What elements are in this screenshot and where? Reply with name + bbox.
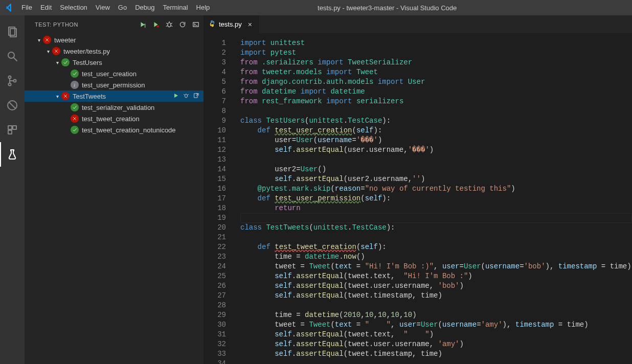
svg-rect-9 (13, 126, 16, 129)
tree-label: test_serializer_validation (82, 104, 154, 111)
tab-bar: tests.py × (204, 15, 632, 33)
tree-label: test_user_permission (82, 81, 145, 89)
tree-item-test_user_creation[interactable]: test_user_creation (25, 68, 204, 79)
panel-header: TEST: PYTHON (25, 15, 204, 33)
svg-point-11 (156, 25, 159, 28)
svg-line-17 (171, 26, 172, 26)
titlebar: FileEditSelectionViewGoDebugTerminalHelp… (0, 0, 632, 15)
debug-icon[interactable] (0, 93, 25, 118)
svg-line-14 (167, 23, 168, 24)
svg-line-28 (184, 94, 185, 95)
svg-rect-10 (8, 130, 12, 134)
tree-item-TestTweets[interactable]: ▾TestTweets (25, 90, 204, 102)
tree-item-tweeter-tests-py[interactable]: ▾tweeter/tests.py (25, 46, 204, 57)
tree-item-test_serializer_validation[interactable]: test_serializer_validation (25, 102, 204, 113)
explorer-icon[interactable] (0, 19, 25, 44)
run-all-tests-icon[interactable] (139, 21, 146, 28)
line-numbers: 1234567891011121314151617181920212223242… (204, 33, 235, 364)
tree-label: test_tweet_creation_notunicode (82, 126, 176, 134)
svg-point-12 (168, 22, 171, 27)
tree-item-test_tweet_creation_notunicode[interactable]: test_tweet_creation_notunicode (25, 124, 204, 135)
tree-item-test_user_permission[interactable]: test_user_permission (25, 79, 204, 90)
menubar: FileEditSelectionViewGoDebugTerminalHelp (17, 0, 214, 15)
tree-label: test_tweet_creation (82, 115, 140, 123)
svg-point-2 (8, 52, 14, 58)
menu-terminal[interactable]: Terminal (159, 0, 192, 15)
refresh-icon[interactable] (179, 21, 186, 28)
extensions-icon[interactable] (0, 118, 25, 142)
run-test-icon[interactable] (173, 93, 179, 100)
code-area[interactable]: 1234567891011121314151617181920212223242… (204, 33, 632, 364)
vscode-logo-icon (0, 3, 17, 12)
editor: tests.py × 12345678910111213141516171819… (204, 15, 632, 364)
tree-label: tweeter (54, 36, 76, 44)
panel-title: TEST: PYTHON (35, 21, 78, 28)
source-control-icon[interactable] (0, 69, 25, 93)
debug-tests-icon[interactable] (166, 21, 173, 28)
tree-item-TestUsers[interactable]: ▾TestUsers (25, 57, 204, 68)
svg-rect-8 (8, 126, 12, 129)
activity-bar (0, 15, 25, 364)
svg-point-27 (185, 94, 188, 98)
svg-rect-30 (194, 94, 197, 98)
svg-rect-18 (193, 22, 199, 26)
svg-line-29 (188, 94, 189, 95)
search-icon[interactable] (0, 44, 25, 69)
menu-help[interactable]: Help (192, 0, 214, 15)
window-title: tests.py - tweeter3-master - Visual Stud… (214, 4, 560, 12)
menu-view[interactable]: View (92, 0, 114, 15)
svg-point-24 (75, 84, 75, 84)
close-tab-icon[interactable]: × (248, 20, 252, 29)
run-failed-tests-icon[interactable] (152, 21, 160, 28)
code-content[interactable]: import unittestimport pytestfrom .serial… (235, 33, 632, 364)
show-output-icon[interactable] (192, 21, 199, 28)
tree-item-test_tweet_creation[interactable]: test_tweet_creation (25, 113, 204, 124)
tree-item-tweeter[interactable]: ▾tweeter (25, 34, 204, 46)
tab-tests-py[interactable]: tests.py × (204, 15, 260, 33)
menu-edit[interactable]: Edit (36, 0, 56, 15)
svg-line-15 (171, 23, 172, 24)
tree-label: TestUsers (73, 59, 102, 66)
tree-label: test_user_creation (82, 70, 137, 78)
open-test-icon[interactable] (193, 93, 199, 100)
test-icon[interactable] (0, 142, 25, 167)
python-file-icon (209, 20, 216, 29)
svg-line-3 (14, 58, 17, 61)
test-tree[interactable]: ▾tweeter▾tweeter/tests.py▾TestUserstest_… (25, 33, 204, 364)
panel-actions (139, 21, 199, 28)
menu-debug[interactable]: Debug (131, 0, 159, 15)
menu-selection[interactable]: Selection (56, 0, 91, 15)
debug-test-icon[interactable] (183, 93, 189, 100)
tab-filename: tests.py (219, 20, 242, 28)
menu-file[interactable]: File (17, 0, 36, 15)
tree-label: TestTweets (73, 93, 106, 100)
menu-go[interactable]: Go (114, 0, 131, 15)
svg-line-16 (166, 26, 167, 26)
test-explorer-panel: TEST: PYTHON ▾tweeter▾tweeter/tests.py▾T… (25, 15, 204, 364)
tree-label: tweeter/tests.py (63, 48, 110, 55)
